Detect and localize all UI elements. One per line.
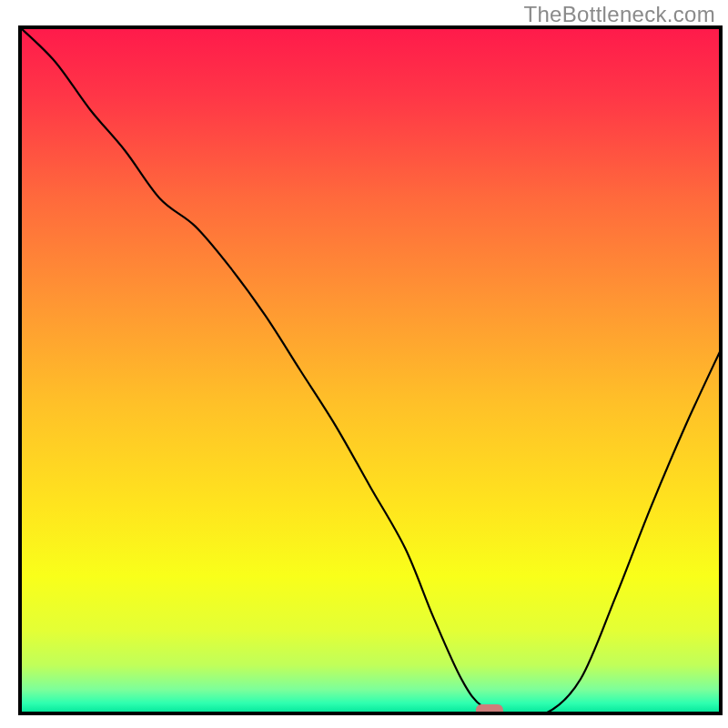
gradient-background — [20, 27, 721, 713]
watermark-text: TheBottleneck.com — [523, 2, 715, 27]
bottleneck-chart — [0, 0, 728, 728]
chart-container: TheBottleneck.com — [0, 0, 728, 728]
